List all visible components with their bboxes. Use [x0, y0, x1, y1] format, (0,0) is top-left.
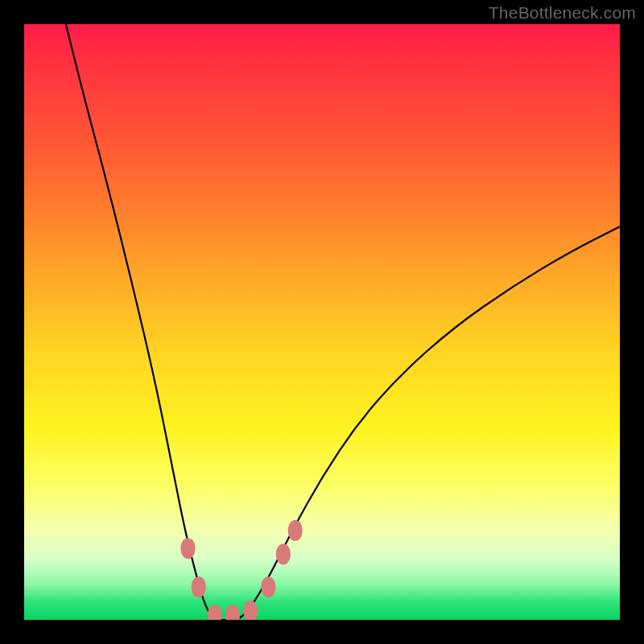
- watermark-text: TheBottleneck.com: [489, 3, 636, 23]
- marker-trough-3: [243, 601, 258, 620]
- marker-right-upper: [288, 520, 303, 541]
- marker-trough-2: [225, 605, 240, 620]
- marker-left-lower: [192, 576, 206, 597]
- curve-svg: [24, 24, 620, 620]
- marker-trough-1: [208, 605, 222, 620]
- plot-area: [24, 24, 620, 620]
- marker-right-mid: [276, 544, 291, 565]
- chart-frame: TheBottleneck.com: [0, 0, 644, 644]
- marker-left-upper: [181, 538, 196, 559]
- marker-group: [181, 520, 303, 620]
- marker-right-lower: [261, 576, 275, 597]
- bottleneck-curve: [66, 24, 620, 620]
